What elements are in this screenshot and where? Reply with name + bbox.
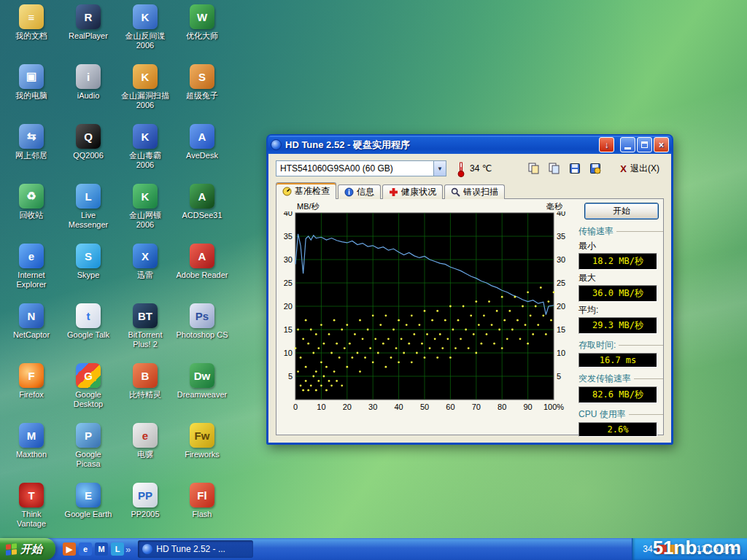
wopti-master-icon: W bbox=[190, 4, 214, 29]
minimize-icon bbox=[624, 147, 631, 149]
benchmark-chart: 0102030405060708090100%55101015152020252… bbox=[278, 211, 576, 414]
desktop-icon-maxthon[interactable]: MMaxthon bbox=[3, 420, 60, 480]
desktop-icon-dreamweaver[interactable]: DwDreamweaver bbox=[174, 360, 231, 420]
thinkvantage-icon: T bbox=[19, 483, 44, 508]
desktop-icon-thinkvantage[interactable]: TThink Vantage bbox=[3, 480, 60, 540]
taskbar-button-hdtune[interactable]: HD Tune 2.52 - ... bbox=[138, 540, 253, 558]
desktop-icon-adobe-reader[interactable]: AAdobe Reader bbox=[174, 241, 231, 300]
desktop-icon-label: Google Desktop bbox=[60, 390, 117, 408]
svg-text:25: 25 bbox=[557, 279, 565, 287]
quick-launch-internet-explorer-icon[interactable]: e bbox=[79, 542, 92, 556]
scan-icon bbox=[451, 187, 460, 197]
exit-x-icon: X bbox=[620, 163, 627, 174]
desktop-icon-acdsee[interactable]: AACDSee31 bbox=[174, 181, 231, 241]
quick-launch-chevron-icon[interactable]: » bbox=[125, 544, 131, 555]
desktop-icon-label: Firefox bbox=[3, 390, 60, 400]
desktop-icon-emule[interactable]: e电骡 bbox=[117, 420, 174, 480]
desktop-icon-super-rabbit[interactable]: S超级兔子 bbox=[174, 61, 231, 121]
desktop-icon-label: Google Earth bbox=[60, 510, 117, 519]
google-desktop-icon: G bbox=[76, 363, 101, 388]
desktop-icon-kingsoft-antispy[interactable]: K金山反间谍 2006 bbox=[117, 1, 174, 61]
svg-text:15: 15 bbox=[284, 325, 293, 334]
y-axis-left-label: MB/秒 bbox=[297, 201, 320, 212]
desktop-icon-kingsoft-netshield[interactable]: K金山网镖 2006 bbox=[117, 181, 174, 241]
desktop-icon-wopti-master[interactable]: W优化大师 bbox=[174, 1, 231, 61]
desktop-icon-live-messenger[interactable]: LLive Messenger bbox=[60, 181, 117, 241]
desktop-icon-firefox[interactable]: FFirefox bbox=[3, 360, 60, 420]
desktop-icon-netcaptor[interactable]: NNetCaptor bbox=[3, 300, 60, 360]
desktop-icon-label: Maxthon bbox=[3, 450, 60, 459]
svg-text:40: 40 bbox=[394, 402, 403, 411]
chevron-down-icon[interactable]: ▼ bbox=[433, 161, 446, 176]
desktop-icon-google-picasa[interactable]: PGoogle Picasa bbox=[60, 420, 117, 480]
update-download-button[interactable]: ↓ bbox=[599, 137, 614, 152]
desktop-icon-my-computer[interactable]: ▣我的电脑 bbox=[3, 61, 60, 121]
live-messenger-icon: L bbox=[76, 184, 101, 209]
desktop-icon-kingsoft-scan[interactable]: K金山漏洞扫描 2006 bbox=[117, 61, 174, 121]
svg-text:35: 35 bbox=[557, 232, 565, 241]
drive-select[interactable]: HTS541060G9SA00 (60 GB) ▼ bbox=[276, 160, 446, 176]
desktop-icon-google-desktop[interactable]: GGoogle Desktop bbox=[60, 360, 117, 420]
save-image-button[interactable] bbox=[566, 160, 584, 176]
quick-launch-media-player-icon[interactable]: ▶ bbox=[63, 542, 76, 556]
desktop-icon-flash[interactable]: FlFlash bbox=[174, 480, 231, 540]
gauge-icon bbox=[282, 187, 292, 196]
desktop-icon-google-talk[interactable]: tGoogle Talk bbox=[60, 300, 117, 360]
export-button[interactable] bbox=[587, 160, 604, 176]
tab-info[interactable]: 信息 bbox=[338, 184, 381, 199]
google-picasa-icon: P bbox=[76, 423, 101, 448]
tab-label: 错误扫描 bbox=[463, 186, 498, 198]
desktop-icon-iaudio[interactable]: iiAudio bbox=[60, 61, 117, 121]
flash-icon: Fl bbox=[190, 483, 214, 508]
exit-button[interactable]: X 退出(X) bbox=[616, 161, 664, 176]
titlebar[interactable]: HD Tune 2.52 - 硬盘实用程序 ↓ × bbox=[268, 136, 672, 154]
desktop-icon-skype[interactable]: SSkype bbox=[60, 241, 117, 300]
desktop-icon-kingsoft-duba[interactable]: K金山毒霸 2006 bbox=[117, 121, 174, 181]
desktop-icon-label: ACDSee31 bbox=[174, 211, 231, 220]
tab-bar: 基准检查信息健康状况错误扫描 bbox=[276, 183, 506, 199]
desktop-icon-internet-explorer[interactable]: eInternet Explorer bbox=[3, 241, 60, 300]
desktop-icon-xunlei[interactable]: X迅雷 bbox=[117, 241, 174, 300]
xunlei-icon: X bbox=[133, 244, 158, 268]
desktop-icon-label: Flash bbox=[174, 510, 231, 519]
desktop-icon-my-documents[interactable]: ≡我的文档 bbox=[3, 1, 60, 61]
toolbar: HTS541060G9SA00 (60 GB) ▼ 34 ℃ X 退出(X) bbox=[276, 160, 664, 178]
windows-logo-icon bbox=[6, 543, 17, 556]
desktop-icon-pp2005[interactable]: PPPP2005 bbox=[117, 480, 174, 540]
desktop-icon-bitspirit[interactable]: B比特精灵 bbox=[117, 360, 174, 420]
start-button[interactable]: 开始 bbox=[584, 203, 659, 219]
tab-health[interactable]: 健康状况 bbox=[382, 184, 443, 199]
kingsoft-netshield-icon: K bbox=[133, 184, 158, 209]
desktop-icon-avedesk[interactable]: AAveDesk bbox=[174, 121, 231, 181]
desktop-icon-photoshop-cs[interactable]: PsPhotoshop CS bbox=[174, 300, 231, 360]
minimize-button[interactable] bbox=[620, 137, 635, 152]
hdtune-window: HD Tune 2.52 - 硬盘实用程序 ↓ × HTS541060G9SA0… bbox=[266, 134, 673, 445]
copy-image-button[interactable] bbox=[525, 160, 543, 176]
desktop-icon-label: 金山毒霸 2006 bbox=[117, 151, 174, 169]
start-menu-button[interactable]: 开始 bbox=[0, 538, 55, 560]
copy-text-button[interactable] bbox=[546, 160, 563, 176]
taskbar: 开始 ▶eML » HD Tune 2.52 - ... 34 12:16 上午 bbox=[0, 538, 747, 560]
close-button[interactable]: × bbox=[654, 137, 669, 152]
desktop-icon-label: 金山漏洞扫描 2006 bbox=[117, 91, 174, 109]
desktop-icon-realplayer[interactable]: RRealPlayer bbox=[60, 1, 117, 61]
desktop-icon-label: Dreamweaver bbox=[174, 390, 231, 400]
desktop-icon-google-earth[interactable]: EGoogle Earth bbox=[60, 480, 117, 540]
svg-text:90: 90 bbox=[523, 402, 532, 411]
desktop-icon-label: 电骡 bbox=[117, 450, 174, 459]
tab-error-scan[interactable]: 错误扫描 bbox=[444, 184, 505, 199]
desktop-icon-bittorrent-plus[interactable]: BTBitTorrent Plus! 2 bbox=[117, 300, 174, 360]
svg-text:20: 20 bbox=[284, 302, 293, 311]
desktop-icon-qq2006[interactable]: QQQ2006 bbox=[60, 121, 117, 181]
avg-label: 平均: bbox=[578, 304, 663, 316]
quick-launch-messenger-icon[interactable]: L bbox=[111, 542, 124, 556]
desktop-icon-label: 金山反间谍 2006 bbox=[117, 31, 174, 50]
maximize-button[interactable] bbox=[637, 137, 652, 152]
svg-text:20: 20 bbox=[343, 402, 352, 411]
desktop-icon-recycle-bin[interactable]: ♻回收站 bbox=[3, 181, 60, 241]
quick-launch-maxthon-icon[interactable]: M bbox=[95, 542, 108, 556]
tab-benchmark[interactable]: 基准检查 bbox=[276, 182, 336, 199]
desktop-icon-fireworks[interactable]: FwFireworks bbox=[174, 420, 231, 480]
svg-text:30: 30 bbox=[284, 255, 293, 264]
desktop-icon-network-places[interactable]: ⇆网上邻居 bbox=[3, 121, 60, 181]
